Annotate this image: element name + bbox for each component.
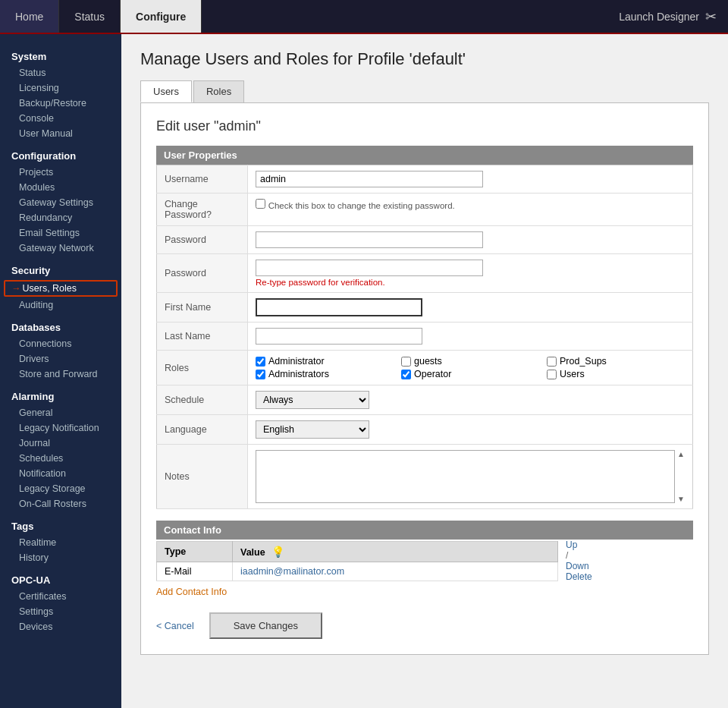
nav-spacer [202, 0, 607, 33]
tab-roles[interactable]: Roles [193, 80, 244, 102]
password2-input[interactable] [256, 260, 483, 276]
sidebar-item-store-forward[interactable]: Store and Forward [0, 367, 121, 382]
schedule-cell: Always Business Hours After Hours [248, 385, 693, 415]
notes-label: Notes [157, 445, 248, 509]
sidebar-item-legacy-storage[interactable]: Legacy Storage [0, 481, 121, 496]
sidebar-item-gateway-settings[interactable]: Gateway Settings [0, 195, 121, 210]
role-operator[interactable]: Operator [401, 369, 539, 379]
username-cell [248, 165, 693, 194]
add-contact-link[interactable]: Add Contact Info [156, 587, 227, 597]
contact-info-section: Contact Info Type Value 💡 [156, 521, 693, 597]
role-administrator-checkbox[interactable] [256, 357, 265, 367]
firstname-input[interactable] [256, 298, 422, 316]
password2-label: Password [157, 254, 248, 293]
layout: System Status Licensing Backup/Restore C… [0, 34, 728, 708]
nav-configure[interactable]: Configure [121, 0, 202, 33]
role-prod-sups[interactable]: Prod_Sups [547, 356, 685, 367]
sidebar-item-schedules[interactable]: Schedules [0, 451, 121, 466]
password1-label: Password [157, 226, 248, 254]
tab-users[interactable]: Users [140, 80, 192, 102]
username-input[interactable] [256, 171, 483, 187]
user-properties-table: Username Change Password? Check this box… [156, 165, 693, 509]
sidebar-item-settings[interactable]: Settings [0, 604, 121, 619]
contact-table-header: Type Value 💡 [157, 541, 558, 562]
change-password-checkbox[interactable] [256, 199, 265, 209]
sidebar-item-drivers[interactable]: Drivers [0, 351, 121, 367]
sidebar-item-realtime[interactable]: Realtime [0, 535, 121, 550]
sidebar-item-history[interactable]: History [0, 550, 121, 565]
row-password1: Password [157, 226, 693, 254]
row-schedule: Schedule Always Business Hours After Hou… [157, 385, 693, 415]
role-guests[interactable]: guests [401, 356, 539, 367]
sidebar-item-certificates[interactable]: Certificates [0, 589, 121, 604]
row-password2: Password Re-type password for verificati… [157, 254, 693, 293]
launch-designer-button[interactable]: Launch Designer ✂ [607, 0, 728, 33]
password2-cell: Re-type password for verification. [248, 254, 693, 293]
sidebar-item-gateway-network[interactable]: Gateway Network [0, 241, 121, 256]
contact-type-cell: E-Mail [157, 562, 233, 581]
nav-home[interactable]: Home [0, 0, 59, 33]
role-users-checkbox[interactable] [547, 370, 557, 379]
notes-textarea[interactable] [256, 450, 675, 503]
contact-table: Type Value 💡 E-Mail iaadmin@mailinator.c… [156, 541, 558, 581]
sidebar-item-licensing[interactable]: Licensing [0, 80, 121, 96]
sidebar-item-projects[interactable]: Projects [0, 165, 121, 180]
role-administrators-checkbox[interactable] [256, 370, 265, 379]
contact-table-row: E-Mail iaadmin@mailinator.com [157, 562, 558, 581]
row-username: Username [157, 165, 693, 194]
sidebar-item-modules[interactable]: Modules [0, 180, 121, 195]
contact-up-link[interactable]: Up [566, 540, 592, 550]
sidebar-item-general[interactable]: General [0, 405, 121, 420]
lastname-label: Last Name [157, 323, 248, 351]
tabs: Users Roles [140, 80, 709, 102]
sidebar-item-journal[interactable]: Journal [0, 436, 121, 451]
sidebar-item-oncall-rosters[interactable]: On-Call Rosters [0, 496, 121, 511]
section-system: System [0, 42, 121, 65]
cancel-button[interactable]: < Cancel [156, 621, 194, 631]
section-security: Security [0, 256, 121, 279]
language-select[interactable]: English French German Spanish [256, 420, 369, 439]
lastname-input[interactable] [256, 328, 422, 345]
sidebar-item-users-roles[interactable]: Users, Roles [4, 280, 118, 297]
password2-hint: Re-type password for verification. [256, 278, 685, 287]
bulb-icon: 💡 [271, 546, 284, 558]
contact-down-link[interactable]: Down [566, 561, 592, 571]
row-language: Language English French German Spanish [157, 415, 693, 445]
roles-grid: Administrator guests Prod_Sups Administr… [256, 356, 685, 379]
role-guests-checkbox[interactable] [401, 357, 411, 367]
sidebar-item-devices[interactable]: Devices [0, 619, 121, 634]
sidebar-item-redundancy[interactable]: Redundancy [0, 210, 121, 225]
sidebar-item-email-settings[interactable]: Email Settings [0, 225, 121, 241]
sidebar-item-legacy-notification[interactable]: Legacy Notification [0, 420, 121, 436]
change-password-label: Change Password? [157, 194, 248, 226]
notes-cell: ▲ ▼ [248, 445, 693, 509]
main-content: Manage Users and Roles for Profile 'defa… [121, 34, 728, 708]
role-administrators[interactable]: Administrators [256, 369, 394, 379]
scroll-down-icon[interactable]: ▼ [677, 495, 685, 503]
sidebar-item-auditing[interactable]: Auditing [0, 297, 121, 313]
sidebar-item-status[interactable]: Status [0, 65, 121, 80]
lastname-cell [248, 323, 693, 351]
role-users[interactable]: Users [547, 369, 685, 379]
scroll-up-icon[interactable]: ▲ [677, 450, 685, 458]
role-prod-sups-checkbox[interactable] [547, 357, 557, 367]
contact-value-cell: iaadmin@mailinator.com [233, 562, 558, 581]
sidebar-item-usermanual[interactable]: User Manual [0, 126, 121, 141]
sidebar-item-backup[interactable]: Backup/Restore [0, 96, 121, 111]
sidebar-item-connections[interactable]: Connections [0, 336, 121, 351]
roles-cell: Administrator guests Prod_Sups Administr… [248, 351, 693, 385]
sidebar-item-notification[interactable]: Notification [0, 466, 121, 481]
sidebar-item-console[interactable]: Console [0, 111, 121, 126]
firstname-cell [248, 293, 693, 323]
language-label: Language [157, 415, 248, 445]
role-administrator[interactable]: Administrator [256, 356, 394, 367]
nav-status[interactable]: Status [59, 0, 121, 33]
schedule-select[interactable]: Always Business Hours After Hours [256, 391, 369, 409]
save-changes-button[interactable]: Save Changes [209, 612, 322, 639]
row-firstname: First Name [157, 293, 693, 323]
role-operator-checkbox[interactable] [401, 370, 411, 379]
password1-input[interactable] [256, 231, 483, 248]
contact-email: iaadmin@mailinator.com [240, 566, 344, 577]
contact-delete-link[interactable]: Delete [566, 571, 592, 582]
content-panel: Edit user "admin" User Properties Userna… [140, 102, 709, 655]
